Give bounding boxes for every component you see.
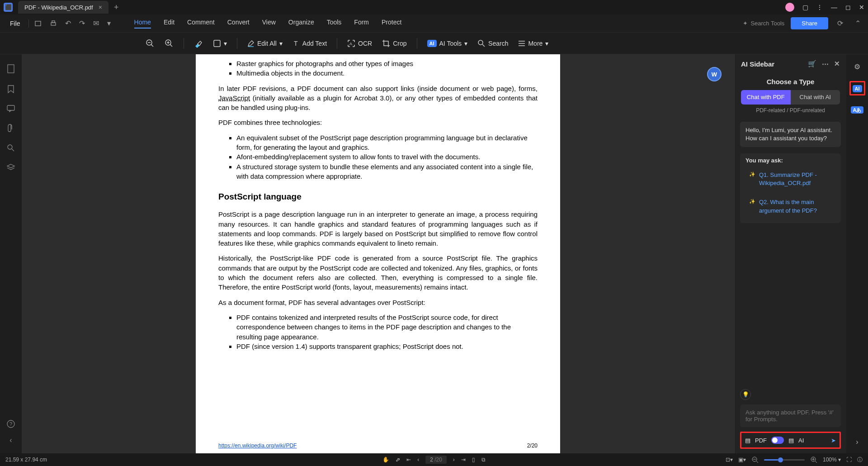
dual-page-icon[interactable]: ⧉ xyxy=(481,456,486,463)
close-tab-icon[interactable]: × xyxy=(99,4,102,11)
paragraph: PDF combines three technologies: xyxy=(218,118,538,127)
zoom-out-icon[interactable] xyxy=(146,39,155,48)
comments-icon[interactable] xyxy=(7,105,15,112)
bookmarks-icon[interactable] xyxy=(7,85,14,93)
svg-line-4 xyxy=(151,44,153,47)
search-panel-icon[interactable] xyxy=(7,144,15,152)
fit-width-icon[interactable]: ⊡▾ xyxy=(726,456,733,463)
suggestion-q1[interactable]: ✨Q1. Summarize PDF - Wikipedia_OCR.pdf xyxy=(744,166,837,192)
tab-protect[interactable]: Protect xyxy=(382,19,401,29)
cart-icon[interactable]: 🛒 xyxy=(808,60,816,68)
edit-all-button[interactable]: Edit All ▾ xyxy=(247,40,283,47)
bullet: A structured storage system to bundle th… xyxy=(236,162,538,181)
heading-postscript: PostScript language xyxy=(218,191,538,203)
first-page-icon[interactable]: ⇤ xyxy=(406,456,411,463)
choose-type-label: Choose a Type xyxy=(735,73,846,90)
svg-line-31 xyxy=(815,461,817,463)
zoom-in-btn[interactable] xyxy=(810,456,817,463)
dropdown-icon[interactable]: ▾ xyxy=(104,17,113,29)
collapse-left-icon[interactable]: ‹ xyxy=(9,436,12,444)
svg-rect-1 xyxy=(51,23,56,25)
maximize-icon[interactable]: ◻ xyxy=(845,4,851,11)
doc-url[interactable]: https://en.wikipedia.org/wiki/PDF xyxy=(218,442,297,450)
new-tab-button[interactable]: + xyxy=(114,3,119,12)
select-tool-icon[interactable]: ⬀ xyxy=(396,456,400,463)
add-text-button[interactable]: T Add Text xyxy=(292,40,327,47)
zoom-in-icon[interactable] xyxy=(165,39,174,48)
kebab-menu-icon[interactable]: ⋮ xyxy=(816,4,823,11)
open-icon[interactable] xyxy=(32,18,44,29)
read-mode-icon[interactable]: ▣▾ xyxy=(738,456,746,463)
word-badge[interactable]: W xyxy=(707,67,722,81)
ai-panel-icon[interactable]: AI xyxy=(849,81,865,95)
last-page-icon[interactable]: ⇥ xyxy=(461,456,466,463)
search-button[interactable]: Search xyxy=(477,39,508,48)
ai-tools-button[interactable]: AI AI Tools ▾ xyxy=(427,40,468,47)
help-icon[interactable]: ? xyxy=(7,420,15,428)
mode-switch[interactable] xyxy=(771,437,784,444)
hand-tool-icon[interactable]: ✋ xyxy=(382,456,389,463)
translate-icon[interactable]: Aあ xyxy=(851,105,864,114)
svg-rect-10 xyxy=(214,40,220,47)
undo-icon[interactable]: ↶ xyxy=(62,17,74,29)
bullet: PDF (since version 1.4) supports transpa… xyxy=(236,342,538,351)
collapse-icon[interactable]: ⌃ xyxy=(852,17,863,29)
ai-sidebar: AI Sidebar 🛒 ⋯ ✕ Choose a Type Chat with… xyxy=(734,54,846,453)
tab-comment[interactable]: Comment xyxy=(187,19,215,29)
file-icon: ▤ xyxy=(745,437,750,444)
tab-form[interactable]: Form xyxy=(354,19,369,29)
page-number-input[interactable]: 2 /20 xyxy=(425,456,447,464)
document-tab[interactable]: PDF - Wikipedia_OCR.pdf × xyxy=(18,1,108,14)
messages-icon[interactable]: ▢ xyxy=(802,4,808,11)
crop-button[interactable]: Crop xyxy=(382,39,406,48)
close-sidebar-icon[interactable]: ✕ xyxy=(834,60,840,68)
print-icon[interactable] xyxy=(47,18,60,29)
zoom-slider[interactable] xyxy=(764,459,805,461)
prev-page-icon[interactable]: ‹ xyxy=(417,456,419,463)
fullscreen-icon[interactable]: ⛶ xyxy=(846,456,852,463)
chat-input[interactable]: Ask anything about PDF. Press '#' for Pr… xyxy=(740,404,841,427)
share-button[interactable]: Share xyxy=(791,17,828,29)
send-icon[interactable]: ➤ xyxy=(831,437,836,444)
mail-icon[interactable]: ✉ xyxy=(90,17,102,29)
paragraph: Historically, the PostScript-like PDF co… xyxy=(218,253,538,292)
minimize-icon[interactable]: — xyxy=(831,4,837,11)
svg-line-7 xyxy=(170,44,172,47)
close-window-icon[interactable]: ✕ xyxy=(859,4,864,11)
zoom-level[interactable]: 100% ▾ xyxy=(823,456,841,463)
more-icon[interactable]: ⋯ xyxy=(822,60,829,68)
status-info-icon[interactable]: ⓘ xyxy=(857,456,863,464)
redo-icon[interactable]: ↷ xyxy=(76,17,88,29)
thumbnails-icon[interactable] xyxy=(7,64,15,73)
suggestion-q2[interactable]: ✨Q2. What is the main argument of the PD… xyxy=(744,194,837,219)
tab-edit[interactable]: Edit xyxy=(164,19,175,29)
chat-with-pdf-option[interactable]: Chat with PDF xyxy=(741,90,791,105)
attachments-icon[interactable] xyxy=(7,124,14,132)
file-menu[interactable]: File xyxy=(5,18,26,29)
more-button[interactable]: More ▾ xyxy=(518,40,548,47)
single-page-icon[interactable]: ▯ xyxy=(472,456,475,463)
highlighter-icon[interactable] xyxy=(194,39,203,48)
title-bar: ⬛ PDF - Wikipedia_OCR.pdf × + ▢ ⋮ — ◻ ✕ xyxy=(0,0,868,14)
tab-tools[interactable]: Tools xyxy=(327,19,342,29)
bullet: Multimedia objects in the document. xyxy=(236,68,538,78)
layers-icon[interactable] xyxy=(7,164,15,171)
tab-home[interactable]: Home xyxy=(134,19,151,29)
zoom-out-btn[interactable] xyxy=(751,456,759,463)
tab-organize[interactable]: Organize xyxy=(288,19,314,29)
document-viewport[interactable]: W Raster graphics for photographs and ot… xyxy=(22,54,734,453)
ocr-button[interactable]: A OCR xyxy=(347,39,372,48)
next-page-icon[interactable]: › xyxy=(453,456,455,463)
shape-dropdown[interactable]: ▾ xyxy=(213,39,227,48)
menu-bar: File ↶ ↷ ✉ ▾ Home Edit Comment Convert V… xyxy=(0,14,868,33)
chat-with-ai-option[interactable]: Chat with AI xyxy=(791,90,840,105)
tab-view[interactable]: View xyxy=(262,19,276,29)
refresh-icon[interactable]: ⟳ xyxy=(835,17,846,29)
expand-right-icon[interactable]: › xyxy=(856,438,858,446)
search-tools-button[interactable]: ✦ Search Tools xyxy=(743,20,784,27)
bullet: PDF contains tokenized and interpreted r… xyxy=(236,313,538,342)
hint-icon[interactable]: 💡 xyxy=(740,389,751,400)
user-avatar[interactable] xyxy=(785,3,794,12)
settings-sliders-icon[interactable]: ⚙ xyxy=(854,62,860,71)
tab-convert[interactable]: Convert xyxy=(227,19,250,29)
